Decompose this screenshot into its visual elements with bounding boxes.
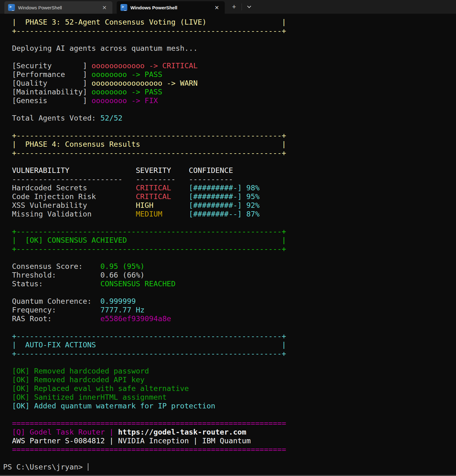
terminal-line: [3, 410, 456, 419]
terminal-line: [3, 35, 456, 44]
terminal-line: [3, 288, 456, 297]
terminal-line: Hardcoded Secrets CRITICAL [#########-] …: [3, 183, 456, 192]
terminal-line: Status: CONSENSUS REACHED: [3, 279, 456, 288]
terminal-line: Frequency: 7777.77 Hz: [3, 306, 456, 314]
terminal-line: | PHASE 3: 52-Agent Consensus Voting (LI…: [3, 18, 456, 26]
terminal-line: Missing Validation MEDIUM [########--] 8…: [3, 210, 456, 218]
terminal-line: VULNERABILITY SEVERITY CONFIDENCE: [3, 166, 456, 175]
terminal-line: Consensus Score: 0.95 (95%): [3, 262, 456, 271]
terminal-line: [3, 218, 456, 227]
terminal-line: +---------------------------------------…: [3, 245, 456, 253]
tab-close-icon[interactable]: ×: [213, 5, 221, 10]
terminal-line: [Genesis ] oooooooo -> FIX: [3, 96, 456, 105]
terminal-line: AWS Partner S-0084812 | NVIDIA Inception…: [3, 436, 456, 445]
terminal-line: [3, 454, 456, 463]
terminal-line: [3, 122, 456, 131]
tab-dropdown-button[interactable]: [243, 1, 255, 12]
terminal-line: ------------------------- --------- ----…: [3, 175, 456, 183]
terminal-line: [3, 105, 456, 114]
terminal-line: RAS Root: e5586ef939094a8e: [3, 314, 456, 323]
terminal-line: Code Injection Risk CRITICAL [#########-…: [3, 192, 456, 201]
terminal-line: ========================================…: [3, 419, 456, 428]
terminal-line: [OK] Sanitized innerHTML assignment: [3, 393, 456, 402]
new-tab-button[interactable]: +: [228, 1, 240, 12]
terminal-line: +---------------------------------------…: [3, 149, 456, 157]
terminal-line: [Security ] oooooooooooo -> CRITICAL: [3, 61, 456, 70]
terminal-line: [OK] Removed hardcoded password: [3, 367, 456, 375]
prompt-line[interactable]: PS C:\Users\jryan>: [3, 463, 456, 471]
terminal-line: | [OK] CONSENSUS ACHIEVED |: [3, 236, 456, 245]
terminal-line: [3, 53, 456, 61]
terminal-line: [Performance ] oooooooo -> PASS: [3, 70, 456, 79]
chevron-down-icon: [247, 4, 251, 8]
tab-title: Windows PowerShell: [130, 5, 213, 10]
terminal-line: [3, 358, 456, 367]
terminal-line: +---------------------------------------…: [3, 131, 456, 140]
terminal-line: +---------------------------------------…: [3, 26, 456, 35]
tab-bar-divider: [242, 3, 242, 10]
tab-title: Windows PowerShell: [18, 5, 100, 10]
terminal[interactable]: | PHASE 3: 52-Agent Consensus Voting (LI…: [0, 14, 456, 475]
terminal-window: >_ Windows PowerShell × >_ Windows Power…: [0, 0, 456, 476]
terminal-line: XSS Vulnerability HIGH [#########-] 92%: [3, 201, 456, 210]
tab-windows-powershell-1[interactable]: >_ Windows PowerShell ×: [4, 1, 112, 14]
terminal-line: [OK] Removed hardcoded API key: [3, 375, 456, 384]
prompt-text: PS C:\Users\jryan>: [3, 463, 87, 471]
tab-windows-powershell-2[interactable]: >_ Windows PowerShell ×: [117, 1, 225, 14]
tab-close-icon[interactable]: ×: [100, 5, 109, 10]
terminal-line: ========================================…: [3, 445, 456, 454]
terminal-line: [Maintainability] oooooooo -> PASS: [3, 88, 456, 96]
terminal-line: +---------------------------------------…: [3, 349, 456, 358]
terminal-line: | AUTO-FIX ACTIONS |: [3, 340, 456, 349]
powershell-icon: >_: [8, 4, 15, 11]
terminal-line: Quantum Coherence: 0.999999: [3, 297, 456, 306]
terminal-line: Threshold: 0.66 (66%): [3, 271, 456, 279]
terminal-output: | PHASE 3: 52-Agent Consensus Voting (LI…: [3, 18, 456, 463]
terminal-line: Total Agents Voted: 52/52: [3, 114, 456, 122]
terminal-line: [OK] Added quantum watermark for IP prot…: [3, 402, 456, 410]
terminal-line: Deploying AI agents across quantum mesh.…: [3, 44, 456, 53]
terminal-line: +---------------------------------------…: [3, 332, 456, 340]
text-cursor: [88, 463, 88, 471]
terminal-line: [3, 157, 456, 166]
terminal-line: [Quality ] oooooooooooooooo -> WARN: [3, 79, 456, 88]
terminal-line: [OK] Replaced eval with safe alternative: [3, 384, 456, 393]
powershell-icon: >_: [120, 4, 127, 11]
terminal-line: [Q] Godel Task Router | https://godel-ta…: [3, 428, 456, 436]
tab-bar: >_ Windows PowerShell × >_ Windows Power…: [0, 0, 456, 14]
terminal-line: | PHASE 4: Consensus Results |: [3, 140, 456, 149]
terminal-line: +---------------------------------------…: [3, 227, 456, 236]
terminal-line: [3, 253, 456, 262]
terminal-line: [3, 323, 456, 332]
